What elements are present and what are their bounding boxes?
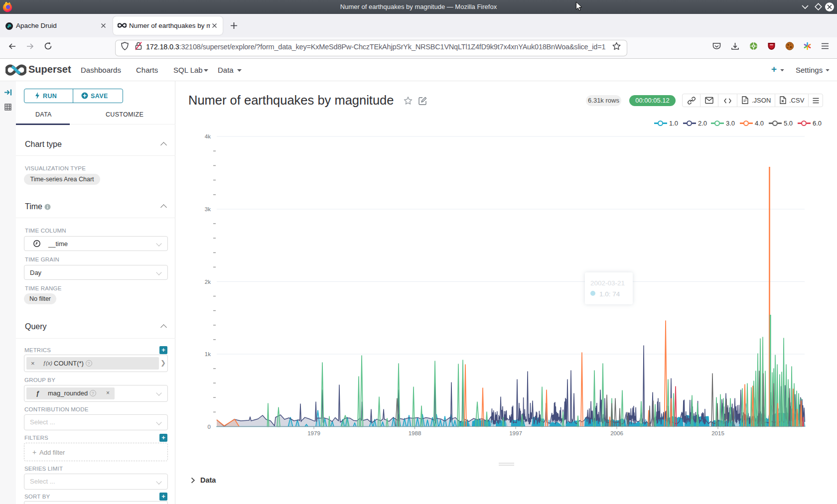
svg-text:2006: 2006: [610, 430, 623, 436]
svg-text:2k: 2k: [205, 279, 211, 285]
svg-text:1988: 1988: [409, 430, 421, 436]
svg-text:3k: 3k: [205, 206, 211, 212]
svg-text:1k: 1k: [205, 351, 211, 357]
svg-text:1979: 1979: [307, 430, 320, 436]
svg-text:4k: 4k: [205, 133, 211, 139]
svg-text:1997: 1997: [509, 430, 522, 436]
svg-text:2015: 2015: [711, 430, 724, 436]
svg-text:0: 0: [208, 424, 211, 430]
